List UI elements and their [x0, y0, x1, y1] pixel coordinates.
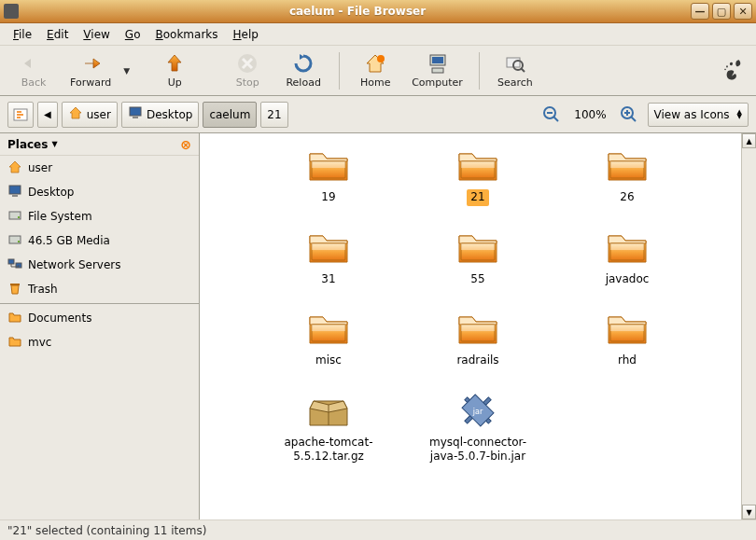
- view-mode-label: View as Icons: [654, 108, 730, 121]
- sidebar-item-mvc[interactable]: mvc: [0, 330, 199, 354]
- file-item[interactable]: 21: [408, 143, 548, 210]
- jar-icon: jar: [455, 392, 500, 429]
- chevron-down-icon: ▼: [51, 140, 57, 148]
- sidebar-item-46-5-gb-media[interactable]: 46.5 GB Media: [0, 228, 199, 253]
- svg-rect-19: [12, 195, 18, 197]
- sidebar-item-trash[interactable]: Trash: [0, 277, 199, 301]
- path-segment-21[interactable]: 21: [260, 102, 287, 128]
- svg-rect-26: [10, 284, 20, 285]
- up-arrow-icon: [163, 52, 186, 75]
- svg-rect-4: [432, 68, 443, 73]
- svg-line-7: [521, 68, 525, 72]
- svg-point-1: [377, 55, 385, 62]
- file-name-label: mysql-connector-java-5.0.7-bin.jar: [413, 435, 543, 465]
- menu-file[interactable]: File: [6, 25, 39, 44]
- location-toggle-button[interactable]: [7, 102, 34, 128]
- zoom-in-button[interactable]: [614, 102, 644, 128]
- file-name-label: 26: [616, 189, 637, 206]
- reload-button[interactable]: Reload: [275, 49, 331, 91]
- file-name-label: radrails: [453, 353, 502, 369]
- menubar: File Edit View Go Bookmarks Help: [0, 23, 756, 46]
- scroll-down-button[interactable]: ▼: [742, 505, 756, 519]
- svg-rect-42: [461, 325, 495, 331]
- minimize-button[interactable]: —: [691, 3, 709, 20]
- folder-icon: [306, 146, 351, 184]
- search-icon: [504, 52, 526, 75]
- svg-rect-10: [133, 117, 138, 118]
- file-name-label: javadoc: [602, 271, 653, 288]
- file-item[interactable]: misc: [259, 306, 399, 373]
- svg-rect-32: [610, 161, 644, 168]
- forward-dropdown-icon[interactable]: ▼: [123, 66, 130, 76]
- folder-icon: [7, 310, 22, 327]
- menu-edit[interactable]: Edit: [39, 25, 76, 44]
- up-button[interactable]: Up: [147, 49, 203, 91]
- sidebar-item-user[interactable]: user: [0, 156, 199, 180]
- svg-rect-24: [8, 259, 14, 264]
- menu-help[interactable]: Help: [226, 25, 266, 44]
- file-item[interactable]: 26: [557, 143, 697, 210]
- forward-button[interactable]: Forward: [62, 49, 119, 91]
- desktop-icon: [7, 184, 22, 201]
- zoom-out-button[interactable]: [537, 102, 567, 128]
- svg-line-13: [553, 117, 558, 121]
- forward-arrow-icon: [79, 52, 102, 75]
- file-item[interactable]: javadoc: [557, 225, 697, 292]
- svg-rect-34: [312, 243, 345, 250]
- zoom-level: 100%: [570, 108, 609, 121]
- path-segment-desktop[interactable]: Desktop: [121, 102, 200, 128]
- file-name-label: 21: [467, 189, 488, 206]
- svg-text:jar: jar: [472, 408, 483, 416]
- file-item[interactable]: 55: [408, 225, 548, 292]
- menu-view[interactable]: View: [76, 25, 117, 44]
- folder-icon: [455, 310, 500, 347]
- close-button[interactable]: ✕: [734, 3, 752, 20]
- home-button[interactable]: Home: [347, 49, 403, 91]
- svg-rect-40: [312, 325, 345, 331]
- menu-go[interactable]: Go: [118, 25, 148, 44]
- file-item[interactable]: jarmysql-connector-java-5.0.7-bin.jar: [408, 388, 548, 469]
- folder-icon: [605, 310, 650, 347]
- file-name-label: 31: [317, 271, 339, 288]
- computer-button[interactable]: Computer: [403, 49, 471, 91]
- file-item[interactable]: apache-tomcat-5.5.12.tar.gz: [259, 388, 399, 469]
- menu-bookmarks[interactable]: Bookmarks: [147, 25, 225, 44]
- svg-point-23: [18, 241, 20, 242]
- sidebar-item-file-system[interactable]: File System: [0, 204, 199, 228]
- file-item[interactable]: 31: [259, 225, 399, 292]
- svg-line-17: [631, 117, 636, 121]
- archive-icon: [306, 392, 351, 429]
- stop-icon: [236, 52, 259, 75]
- file-name-label: 55: [467, 271, 488, 288]
- svg-rect-9: [130, 107, 141, 116]
- toolbar: Back Forward ▼ Up Stop Reload Home Compu…: [0, 46, 756, 96]
- sidebar-item-network-servers[interactable]: Network Servers: [0, 253, 199, 277]
- path-back-button[interactable]: ◀: [37, 102, 58, 128]
- sidebar-close-button[interactable]: ⊗: [180, 137, 191, 152]
- file-item[interactable]: 19: [259, 143, 399, 210]
- disk-icon: [7, 232, 22, 250]
- file-item[interactable]: rhd: [557, 306, 697, 373]
- svg-rect-28: [312, 161, 345, 168]
- sidebar-item-desktop[interactable]: Desktop: [0, 180, 199, 204]
- path-segment-user[interactable]: user: [62, 102, 118, 128]
- file-content-area[interactable]: 1921263155javadocmiscradrailsrhdapache-t…: [200, 133, 756, 519]
- search-button[interactable]: Search: [487, 49, 543, 91]
- home-icon: [7, 159, 22, 177]
- maximize-button[interactable]: ▢: [712, 3, 731, 20]
- file-item[interactable]: radrails: [408, 306, 548, 373]
- toolbar-separator: [479, 52, 480, 90]
- view-mode-select[interactable]: View as Icons ▲▼: [648, 103, 749, 127]
- scroll-up-button[interactable]: ▲: [742, 133, 756, 148]
- scrollbar-vertical[interactable]: ▲ ▼: [741, 133, 756, 519]
- svg-rect-30: [461, 161, 495, 168]
- folder-icon: [306, 228, 351, 266]
- folder-icon: [306, 310, 351, 347]
- desktop-icon: [128, 105, 143, 123]
- svg-rect-44: [610, 325, 644, 331]
- path-segment-caelum[interactable]: caelum: [203, 102, 257, 128]
- sidebar-item-documents[interactable]: Documents: [0, 306, 199, 330]
- disk-icon: [7, 208, 22, 226]
- sidebar-header[interactable]: Places ▼ ⊗: [0, 133, 199, 156]
- statusbar: "21" selected (containing 11 items): [0, 519, 756, 540]
